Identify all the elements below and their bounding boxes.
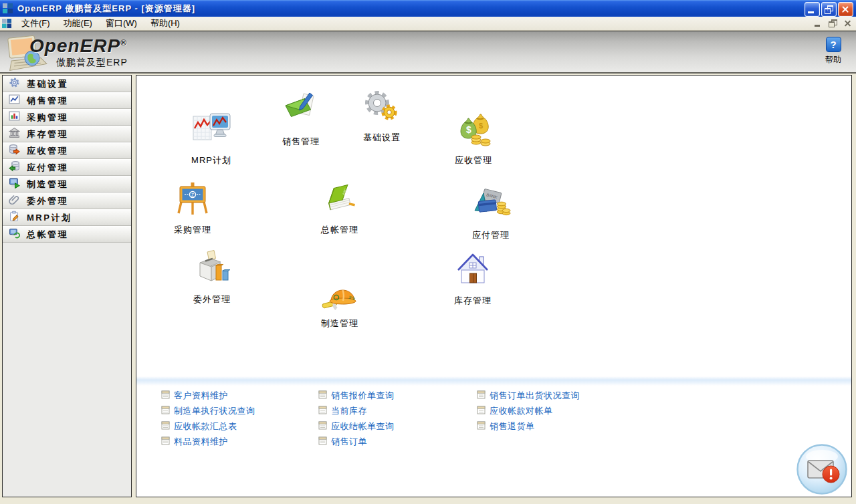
document-icon	[161, 420, 170, 432]
menu-bar: 文件(F) 功能(E) 窗口(W) 帮助(H)	[0, 17, 856, 31]
tile-label: 基础设置	[363, 132, 401, 144]
app-grid-icon[interactable]	[3, 3, 13, 14]
menu-function[interactable]: 功能(E)	[57, 16, 99, 31]
tile-purchase[interactable]: Z 采购管理	[152, 177, 233, 236]
link-ar-summary[interactable]: 应收帐款汇总表	[161, 421, 237, 432]
sidebar-item-label: 应付管理	[27, 162, 68, 174]
bank-icon	[9, 127, 20, 141]
tile-base-settings[interactable]: 基础设置	[342, 85, 422, 144]
question-mark-icon: ?	[826, 37, 841, 52]
database-arrow-right-icon	[9, 144, 20, 158]
tile-mrp[interactable]: MRP计划	[171, 108, 251, 166]
minimize-icon	[808, 11, 814, 13]
banner-help-button[interactable]: ? 帮助	[819, 37, 848, 66]
link-quote-query[interactable]: 销售报价单查询	[318, 390, 395, 401]
tile-label: 库存管理	[454, 295, 492, 307]
gear-icon	[9, 77, 20, 91]
hard-hat-icon: 安全	[318, 271, 361, 316]
sidebar-item-sales[interactable]: 销售管理	[3, 92, 131, 109]
tile-label: 应收管理	[455, 154, 492, 166]
monitor-arrow-icon	[9, 177, 20, 191]
paperclip-icon	[9, 194, 20, 208]
minimize-icon	[815, 25, 820, 27]
tile-manufacturing[interactable]: 安全 制造管理	[300, 271, 380, 330]
sidebar-item-inventory[interactable]: 库存管理	[3, 126, 131, 142]
svg-text:$: $	[466, 124, 471, 135]
menu-file[interactable]: 文件(F)	[15, 16, 57, 31]
link-customer-data[interactable]: 客户资料维护	[161, 390, 228, 401]
sidebar-item-label: MRP计划	[27, 212, 72, 224]
link-ar-statement[interactable]: 应收帐款对帐单	[477, 406, 553, 416]
tile-inventory[interactable]: 库存管理	[433, 248, 513, 307]
tile-label: 应付管理	[472, 229, 510, 241]
document-icon	[318, 420, 327, 432]
sidebar-item-label: 销售管理	[27, 95, 68, 107]
close-button[interactable]	[838, 2, 853, 17]
sidebar-item-label: 应收管理	[27, 145, 68, 157]
restore-button[interactable]	[821, 2, 837, 17]
bar-chart-icon	[9, 110, 20, 124]
document-icon	[477, 420, 486, 432]
tile-receivable[interactable]: $ $ 应收管理	[433, 108, 514, 166]
tile-label: 销售管理	[282, 136, 320, 148]
title-bar: OpenERP 傲鹏普及型ERP - [资源管理器]	[0, 0, 856, 17]
tile-general-ledger[interactable]: ABC 总帐管理	[300, 177, 380, 236]
app-window: OpenERP 傲鹏普及型ERP - [资源管理器] 文件(F) 功能(E) 窗…	[0, 0, 856, 504]
brand-wordmark: OpenERP®	[29, 35, 127, 57]
database-arrow-left-icon	[9, 160, 20, 174]
document-icon	[161, 405, 170, 417]
sidebar-item-mrp[interactable]: MRP计划	[3, 209, 131, 226]
svg-text:Z: Z	[191, 193, 194, 197]
bank-cards-icon: BANK	[469, 182, 512, 228]
svg-text:$: $	[479, 122, 483, 130]
sidebar-item-manufacturing[interactable]: 制造管理	[3, 176, 131, 193]
child-close-button[interactable]	[843, 19, 853, 28]
link-so-shipment-query[interactable]: 销售订单出货状况查询	[477, 390, 580, 401]
sidebar-item-base-settings[interactable]: 基础设置	[3, 76, 131, 92]
gears-icon	[360, 85, 403, 130]
document-icon	[161, 436, 170, 448]
link-item-data[interactable]: 料品资料维护	[161, 436, 228, 447]
line-chart-icon	[9, 94, 20, 108]
sidebar-item-general-ledger[interactable]: 总帐管理	[3, 226, 131, 243]
sidebar-item-label: 采购管理	[27, 112, 68, 124]
mail-notification-button[interactable]	[796, 443, 848, 495]
child-restore-button[interactable]	[828, 19, 838, 28]
warehouse-icon	[451, 248, 494, 293]
mdi-child-icon[interactable]	[2, 19, 12, 29]
link-current-stock[interactable]: 当前库存	[318, 406, 367, 416]
main-panel: MRP计划 销售管理 基础设置	[136, 75, 852, 497]
sidebar-item-label: 库存管理	[27, 128, 68, 140]
section-separator	[136, 376, 851, 386]
money-bags-icon: $ $	[452, 108, 495, 153]
document-icon	[318, 405, 327, 417]
sidebar-item-label: 总帐管理	[27, 229, 68, 241]
link-sales-return[interactable]: 销售退货单	[477, 421, 535, 432]
child-minimize-button[interactable]	[813, 19, 823, 28]
tile-outsourcing[interactable]: 委外管理	[172, 247, 252, 305]
link-mo-status-query[interactable]: 制造单执行状况查询	[161, 406, 255, 416]
sidebar-item-purchase[interactable]: 采购管理	[3, 109, 131, 126]
tile-label: 制造管理	[321, 318, 358, 330]
monitor-sync-icon	[9, 227, 20, 241]
menu-window[interactable]: 窗口(W)	[99, 16, 144, 31]
minimize-button[interactable]	[805, 2, 820, 17]
sidebar-item-receivable[interactable]: 应收管理	[3, 142, 131, 159]
tile-sales[interactable]: 销售管理	[261, 89, 341, 148]
brand-banner: OpenERP® 傲鹏普及型ERP ? 帮助	[0, 31, 856, 74]
document-icon	[318, 390, 327, 402]
sidebar-item-payable[interactable]: 应付管理	[3, 159, 131, 176]
document-icon	[477, 405, 486, 417]
tile-payable[interactable]: BANK 应付管理	[451, 182, 531, 241]
tile-label: 总帐管理	[321, 224, 358, 236]
mail-alert-icon	[796, 486, 848, 497]
easel-board-icon: Z	[171, 177, 214, 223]
sidebar-item-label: 基础设置	[27, 78, 68, 90]
window-title: OpenERP 傲鹏普及型ERP - [资源管理器]	[17, 3, 195, 15]
registered-mark: ®	[120, 38, 127, 47]
menu-help[interactable]: 帮助(H)	[144, 16, 187, 31]
tile-label: 委外管理	[193, 293, 231, 305]
link-ar-settlement-query[interactable]: 应收结帐单查询	[318, 421, 395, 432]
link-sales-order[interactable]: 销售订单	[318, 436, 367, 447]
sidebar-item-outsourcing[interactable]: 委外管理	[3, 193, 131, 209]
